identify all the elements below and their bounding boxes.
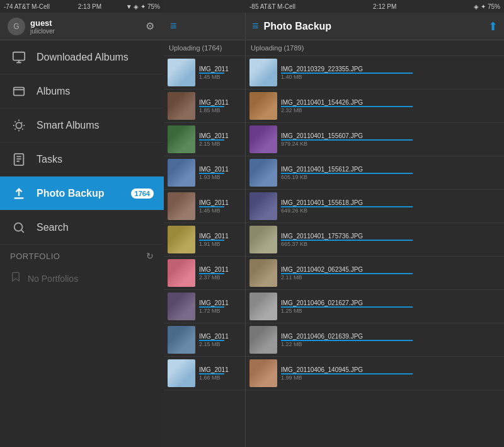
- photo-info: IMG_2011 1.72 MB: [199, 299, 241, 314]
- photo-name: IMG_2011: [199, 233, 241, 240]
- photo-size: 2.37 MB: [199, 274, 241, 281]
- photo-thumbnail: [168, 226, 195, 253]
- photo-name: IMG_20110401_175736.JPG: [281, 233, 500, 240]
- sidebar-item-tasks[interactable]: Tasks: [0, 142, 164, 177]
- photo-name: IMG_2011: [199, 366, 241, 373]
- sidebar-item-smart-albums[interactable]: Smart Albums: [0, 108, 164, 142]
- photo-size: 1.99 MB: [281, 374, 500, 381]
- photo-thumbnail: [168, 192, 195, 220]
- sidebar: G guest juliclover ⚙ Downloaded Albums: [0, 13, 164, 447]
- photo-size: 665.37 KB: [281, 241, 500, 247]
- battery-right: ◈ ✦ 75%: [474, 3, 500, 10]
- photo-thumbnail: [249, 59, 277, 86]
- status-bar-mid: [164, 0, 246, 13]
- photo-name: IMG_2011: [199, 66, 241, 73]
- right-photo-item[interactable]: IMG_20110401_175736.JPG 665.37 KB: [246, 223, 504, 257]
- mid-photo-item[interactable]: IMG_2011 2.15 MB: [164, 323, 245, 357]
- photo-thumbnail: [249, 92, 277, 120]
- photo-info: IMG_20110402_062345.JPG 2.11 MB: [281, 266, 500, 281]
- mid-photo-item[interactable]: IMG_2011 1.85 MB: [164, 90, 245, 123]
- right-photo-item[interactable]: IMG_20110401_155612.JPG 605.19 KB: [246, 156, 504, 190]
- mid-panel: ≡ Uploading (1764) IMG_2011 1.45 MB IMG_…: [164, 13, 246, 447]
- photo-info: IMG_2011 1.45 MB: [199, 199, 241, 214]
- mid-photo-list: IMG_2011 1.45 MB IMG_2011 1.85 MB IMG_20…: [164, 56, 245, 447]
- photo-name: IMG_20110401_155607.JPG: [281, 132, 500, 139]
- sidebar-item-photo-backup[interactable]: Photo Backup 1764: [0, 177, 164, 211]
- photo-thumbnail: [249, 159, 277, 187]
- mid-photo-item[interactable]: IMG_2011 1.72 MB: [164, 290, 245, 323]
- photo-info: IMG_20110401_155607.JPG 979.24 KB: [281, 132, 500, 147]
- photo-name: IMG_20110406_021639.JPG: [281, 333, 500, 340]
- nav-label-smart-albums: Smart Albums: [37, 120, 154, 131]
- photo-thumbnail: [168, 293, 195, 320]
- mid-photo-item[interactable]: IMG_2011 1.66 MB: [164, 357, 245, 390]
- mid-photo-item[interactable]: IMG_2011 1.45 MB: [164, 56, 245, 90]
- photo-info: IMG_2011 1.45 MB: [199, 66, 241, 80]
- photo-thumbnail: [168, 125, 195, 153]
- right-photo-item[interactable]: IMG_20110401_155618.JPG 649.26 KB: [246, 190, 504, 223]
- photo-info: IMG_20110401_155618.JPG 649.26 KB: [281, 199, 500, 214]
- photo-size: 605.19 KB: [281, 174, 500, 180]
- right-photo-item[interactable]: IMG_20110406_021639.JPG 1.22 MB: [246, 323, 504, 357]
- photo-info: IMG_20110401_155612.JPG 605.19 KB: [281, 166, 500, 180]
- right-photo-item[interactable]: IMG_20110329_223355.JPG 1.40 MB: [246, 56, 504, 90]
- photo-size: 649.26 KB: [281, 207, 500, 214]
- nav-label-photo-backup: Photo Backup: [37, 188, 131, 199]
- nav-label-downloaded: Downloaded Albums: [37, 52, 154, 63]
- photo-size: 1.22 MB: [281, 341, 500, 347]
- right-photo-item[interactable]: IMG_20110401_155607.JPG 979.24 KB: [246, 123, 504, 156]
- status-bar-right: -85 AT&T M-Cell 2:12 PM ◈ ✦ 75%: [246, 0, 504, 13]
- refresh-icon[interactable]: ↻: [146, 251, 154, 261]
- photo-info: IMG_2011 2.15 MB: [199, 333, 241, 347]
- mid-hamburger-icon[interactable]: ≡: [170, 20, 177, 33]
- sidebar-item-search[interactable]: Search: [0, 211, 164, 245]
- sidebar-item-albums[interactable]: Albums: [0, 74, 164, 108]
- sidebar-item-downloaded-albums[interactable]: Downloaded Albums: [0, 40, 164, 74]
- photo-name: IMG_20110401_154426.JPG: [281, 99, 500, 106]
- photo-thumbnail: [168, 92, 195, 120]
- photo-name: IMG_2011: [199, 199, 241, 206]
- photo-thumbnail: [249, 192, 277, 220]
- mid-photo-item[interactable]: IMG_2011 1.93 MB: [164, 156, 245, 190]
- gear-icon[interactable]: ⚙: [144, 20, 156, 33]
- mid-panel-header: ≡: [164, 13, 245, 40]
- mid-photo-item[interactable]: IMG_2011 1.91 MB: [164, 223, 245, 257]
- user-sub: juliclover: [30, 28, 144, 35]
- mid-uploading-label: Uploading (1764): [164, 40, 245, 56]
- photo-name: IMG_2011: [199, 132, 241, 139]
- photo-thumbnail: [168, 359, 195, 387]
- battery-left: ▼ ◈ ✦ 75%: [126, 3, 160, 10]
- right-photo-item[interactable]: IMG_20110406_021627.JPG 1.25 MB: [246, 290, 504, 323]
- upload-nav-icon: [10, 185, 28, 202]
- photo-size: 1.45 MB: [199, 74, 241, 80]
- right-upload-icon[interactable]: ⬆: [488, 20, 498, 33]
- right-hamburger-icon[interactable]: ≡: [252, 20, 259, 33]
- right-panel-title: Photo Backup: [264, 21, 483, 32]
- carrier-right: -85 AT&T M-Cell: [249, 3, 295, 10]
- photo-name: IMG_20110406_140945.JPG: [281, 366, 500, 373]
- photo-name: IMG_20110402_062345.JPG: [281, 266, 500, 273]
- photo-thumbnail: [249, 359, 277, 387]
- right-photo-item[interactable]: IMG_20110402_062345.JPG 2.11 MB: [246, 257, 504, 290]
- albums-icon: [10, 83, 28, 100]
- photo-thumbnail: [168, 159, 195, 187]
- photo-size: 1.45 MB: [199, 207, 241, 214]
- photo-info: IMG_20110406_021639.JPG 1.22 MB: [281, 333, 500, 347]
- right-panel: ≡ Photo Backup ⬆ Uploading (1789) IMG_20…: [246, 13, 504, 447]
- status-bar-left: -74 AT&T M-Cell 2:13 PM ▼ ◈ ✦ 75%: [0, 0, 164, 13]
- mid-photo-item[interactable]: IMG_2011 2.15 MB: [164, 123, 245, 156]
- portfolio-label: Portfolio: [10, 252, 60, 261]
- photo-info: IMG_20110401_154426.JPG 2.32 MB: [281, 99, 500, 113]
- mid-photo-item[interactable]: IMG_2011 2.37 MB: [164, 257, 245, 290]
- photo-thumbnail: [168, 259, 195, 287]
- portfolio-section: Portfolio ↻: [0, 245, 164, 264]
- svg-point-2: [16, 122, 21, 128]
- photo-info: IMG_20110406_021627.JPG 1.25 MB: [281, 299, 500, 314]
- mid-photo-item[interactable]: IMG_2011 1.45 MB: [164, 190, 245, 223]
- right-photo-item[interactable]: IMG_20110401_154426.JPG 2.32 MB: [246, 90, 504, 123]
- right-photo-item[interactable]: IMG_20110406_140945.JPG 1.99 MB: [246, 357, 504, 390]
- photo-thumbnail: [249, 226, 277, 253]
- photo-thumbnail: [249, 259, 277, 287]
- no-portfolios-text: No Portfolios: [28, 274, 78, 284]
- bookmark-icon: [10, 271, 21, 286]
